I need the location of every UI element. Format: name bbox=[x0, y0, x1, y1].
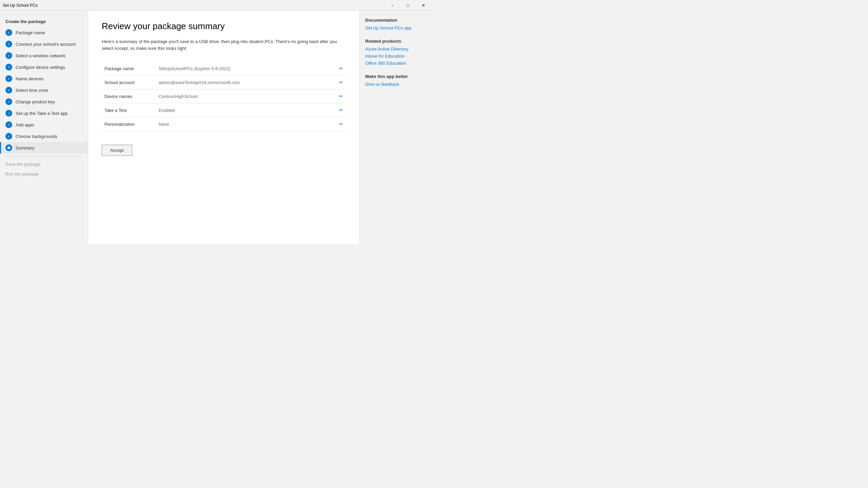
table-field: Personalization bbox=[102, 117, 156, 131]
accept-btn-container: Accept bbox=[102, 145, 346, 156]
summary-table: Package nameSetUpSchoolPCs (Expires 5-8-… bbox=[102, 62, 346, 131]
minimize-button[interactable]: − bbox=[384, 0, 400, 11]
sidebar-item-add-apps[interactable]: ✓Add apps bbox=[0, 119, 88, 130]
table-value: Enabled bbox=[156, 103, 336, 117]
main-content: Review your package summary Here's a sum… bbox=[88, 11, 359, 244]
table-row: Take a TestEnabled✏ bbox=[102, 103, 346, 117]
check-icon: ✓ bbox=[5, 41, 12, 47]
edit-icon[interactable]: ✏ bbox=[339, 107, 343, 113]
related-link-2[interactable]: Office 365 Education bbox=[365, 61, 429, 66]
accept-button[interactable]: Accept bbox=[102, 145, 132, 156]
check-icon: ✓ bbox=[5, 64, 12, 70]
table-value: None bbox=[156, 117, 336, 131]
table-field: School account bbox=[102, 76, 156, 89]
check-icon: ✓ bbox=[5, 98, 12, 105]
active-circle-icon bbox=[5, 144, 12, 151]
sidebar-item-take-a-test[interactable]: ✓Set up the Take a Test app bbox=[0, 107, 88, 119]
sidebar-item-product-key[interactable]: ✓Change product key bbox=[0, 96, 88, 107]
table-field: Device names bbox=[102, 89, 156, 103]
related-products-title: Related products bbox=[365, 39, 429, 44]
table-value: admin@visreTestApril18.onmicrosoft.com bbox=[156, 76, 336, 89]
sidebar-subitem-run-package[interactable]: Run the package bbox=[0, 169, 88, 179]
sidebar-item-label: Choose backgrounds bbox=[16, 134, 57, 139]
sidebar-item-label: Select time zone bbox=[16, 88, 48, 93]
table-row: School accountadmin@visreTestApril18.onm… bbox=[102, 76, 346, 89]
edit-icon[interactable]: ✏ bbox=[339, 121, 343, 127]
sidebar-item-label: Configure device settings bbox=[16, 65, 65, 70]
edit-icon[interactable]: ✏ bbox=[339, 94, 343, 99]
window-controls: − □ ✕ bbox=[384, 0, 431, 11]
table-field: Package name bbox=[102, 62, 156, 76]
table-value: ContosoHighSchool bbox=[156, 89, 336, 103]
page-title: Review your package summary bbox=[102, 21, 346, 32]
sidebar-item-label: Change product key bbox=[16, 99, 55, 104]
documentation-title: Documentation bbox=[365, 18, 429, 23]
check-icon: ✓ bbox=[5, 110, 12, 117]
table-row: Device namesContosoHighSchool✏ bbox=[102, 89, 346, 103]
sidebar-item-label: Package name bbox=[16, 30, 45, 35]
close-button[interactable]: ✕ bbox=[416, 0, 431, 11]
sidebar-item-summary[interactable]: Summary bbox=[0, 142, 88, 154]
title-bar: Set Up School PCs − □ ✕ bbox=[0, 0, 434, 11]
sidebar-item-label: Select a wireless network bbox=[16, 53, 65, 58]
sidebar-item-connect-account[interactable]: ✓Connect your school's account bbox=[0, 38, 88, 50]
sidebar-item-label: Summary bbox=[16, 145, 35, 150]
feedback-title: Make this app better bbox=[365, 74, 429, 79]
sidebar-item-device-settings[interactable]: ✓Configure device settings bbox=[0, 61, 88, 73]
sidebar-subitem-save-package[interactable]: Save the package bbox=[0, 159, 88, 169]
sidebar-item-backgrounds[interactable]: ✓Choose backgrounds bbox=[0, 130, 88, 142]
sidebar-item-wireless-network[interactable]: ✓Select a wireless network bbox=[0, 50, 88, 61]
related-link-1[interactable]: Intune for Education bbox=[365, 54, 429, 59]
sidebar-divider bbox=[5, 156, 82, 157]
check-icon: ✓ bbox=[5, 121, 12, 128]
sidebar-item-package-name[interactable]: ✓Package name bbox=[0, 27, 88, 38]
sidebar-item-label: Set up the Take a Test app bbox=[16, 111, 67, 116]
check-icon: ✓ bbox=[5, 52, 12, 59]
sidebar-section-title: Create the package bbox=[0, 18, 88, 27]
related-products-section: Related products Azure Active DirectoryI… bbox=[365, 39, 429, 66]
description: Here's a summary of the package you'll s… bbox=[102, 38, 346, 52]
check-icon: ✓ bbox=[5, 133, 12, 140]
check-icon: ✓ bbox=[5, 29, 12, 36]
sidebar-item-label: Connect your school's account bbox=[16, 42, 76, 47]
table-field: Take a Test bbox=[102, 103, 156, 117]
right-panel: Documentation Set Up School PCs app Rela… bbox=[359, 11, 434, 244]
related-link-0[interactable]: Azure Active Directory bbox=[365, 46, 429, 52]
maximize-button[interactable]: □ bbox=[400, 0, 416, 11]
sidebar-item-label: Add apps bbox=[16, 122, 34, 127]
table-row: Package nameSetUpSchoolPCs (Expires 5-8-… bbox=[102, 62, 346, 76]
app-title: Set Up School PCs bbox=[3, 3, 38, 8]
sidebar-item-label: Name devices bbox=[16, 76, 43, 81]
feedback-link[interactable]: Give us feedback bbox=[365, 82, 429, 87]
table-value: SetUpSchoolPCs (Expires 5-8-2022) bbox=[156, 62, 336, 76]
edit-icon[interactable]: ✏ bbox=[339, 66, 343, 71]
table-row: PersonalizationNone✏ bbox=[102, 117, 346, 131]
sidebar-item-name-devices[interactable]: ✓Name devices bbox=[0, 73, 88, 84]
documentation-section: Documentation Set Up School PCs app bbox=[365, 18, 429, 30]
feedback-section: Make this app better Give us feedback bbox=[365, 74, 429, 87]
app-container: Create the package ✓Package name✓Connect… bbox=[0, 11, 434, 244]
setup-school-pcs-link[interactable]: Set Up School PCs app bbox=[365, 25, 429, 30]
check-icon: ✓ bbox=[5, 75, 12, 82]
edit-icon[interactable]: ✏ bbox=[339, 80, 343, 85]
sidebar-item-select-timezone[interactable]: ✓Select time zone bbox=[0, 84, 88, 96]
sidebar: Create the package ✓Package name✓Connect… bbox=[0, 11, 88, 244]
check-icon: ✓ bbox=[5, 87, 12, 94]
